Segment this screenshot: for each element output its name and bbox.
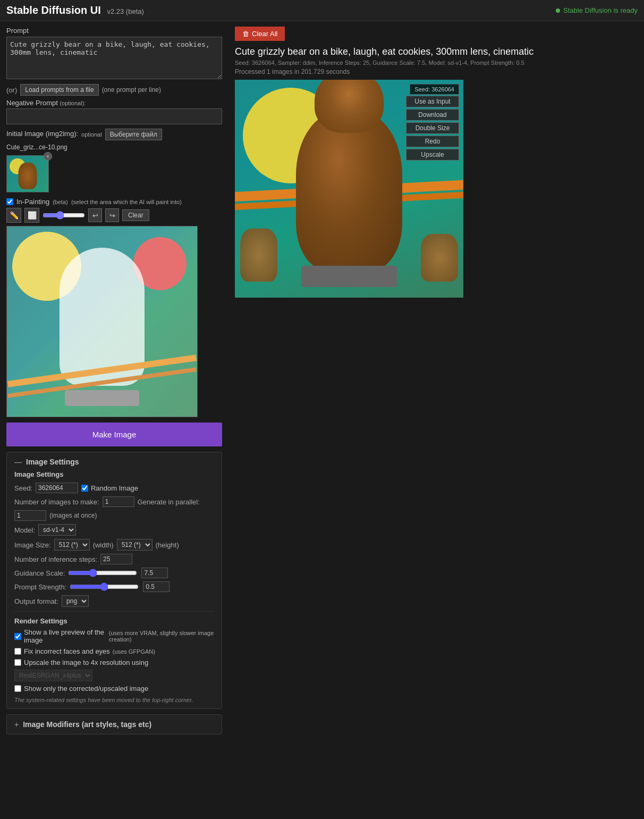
thumb-container: × (6, 155, 49, 192)
result-corner-bear-left (240, 229, 277, 282)
height-label: (height) (156, 541, 179, 549)
initial-image-label: Initial Image (img2img): (6, 130, 78, 138)
guidance-row: Guidance Scale: (14, 568, 214, 578)
random-image-label: Random Image (81, 484, 138, 492)
load-hint-text: (one prompt per line) (102, 86, 161, 94)
prompt-strength-value-input[interactable] (143, 581, 170, 592)
thumbnail-image (6, 155, 49, 192)
model-select[interactable]: sd-v1-4 sd-v1-5 (38, 524, 76, 536)
random-image-text: Random Image (91, 484, 138, 492)
status-text: Stable Diffusion is ready (563, 6, 638, 14)
download-button[interactable]: Download (406, 109, 459, 121)
app-title-area: Stable Diffusion UI v2.23 (beta) (6, 4, 144, 16)
upscale-model-row: RealESRGAN_x4plus (14, 670, 214, 681)
output-format-label: Output format: (14, 597, 58, 605)
live-preview-label: Show a live preview of the image (uses m… (14, 628, 214, 644)
choose-file-button[interactable]: Выберите файл (105, 129, 162, 140)
parallel-input[interactable] (14, 510, 46, 521)
clear-paint-button[interactable]: Clear (122, 209, 149, 221)
redo-button[interactable]: Redo (406, 136, 459, 147)
top-bar: Stable Diffusion UI v2.23 (beta) Stable … (0, 0, 644, 21)
brush-size-slider[interactable] (43, 211, 85, 219)
image-modifiers-panel: + Image Modifiers (art styles, tags etc) (6, 714, 222, 734)
model-label: Model: (14, 526, 35, 534)
initial-image-optional: optional (81, 131, 102, 138)
num-images-input[interactable] (103, 496, 134, 507)
clear-all-button[interactable]: 🗑 Clear All (235, 27, 285, 41)
prompt-textarea[interactable]: Cute grizzly bear on a bike, laugh, eat … (6, 37, 222, 79)
width-select[interactable]: 512 (*) 256 768 (54, 539, 90, 551)
seed-input[interactable] (36, 483, 78, 493)
live-preview-hint: (uses more VRAM, slightly slower image c… (109, 630, 214, 643)
inpainting-beta: (beta) (53, 199, 68, 205)
inference-steps-input[interactable] (100, 554, 132, 564)
inference-steps-row: Number of inference steps: (14, 554, 214, 564)
fix-faces-hint: (uses GFPGAN) (113, 648, 155, 655)
output-format-row: Output format: png jpg (14, 595, 214, 607)
prompt-label: Prompt (6, 27, 222, 35)
app-version: v2.23 (beta) (107, 7, 143, 15)
negative-prompt-label: Negative Prompt (optional): (6, 99, 222, 107)
divider-1 (14, 611, 214, 612)
use-as-input-button[interactable]: Use as Input (406, 96, 459, 107)
result-platform (301, 266, 397, 287)
random-image-checkbox[interactable] (81, 485, 88, 492)
right-panel: 🗑 Clear All Cute grizzly bear on a bike,… (228, 21, 644, 745)
parallel-label: Generate in parallel: (138, 498, 200, 506)
modifiers-header[interactable]: + Image Modifiers (art styles, tags etc) (14, 720, 214, 729)
collapse-icon: — (14, 458, 22, 466)
seed-badge: Seed: 3626064 (410, 84, 459, 95)
inpainting-hint: (select the area which the AI will paint… (71, 199, 182, 205)
prompt-strength-slider[interactable] (70, 582, 139, 591)
guidance-value-input[interactable] (141, 568, 168, 578)
load-prompts-row: (or) Load prompts from a file (one promp… (6, 84, 222, 96)
result-meta: Seed: 3626064, Sampler: ddim, Inference … (235, 60, 638, 66)
result-title: Cute grizzly bear on a bike, laugh, eat … (235, 46, 638, 57)
inpainting-checkbox[interactable] (6, 198, 13, 205)
live-preview-checkbox[interactable] (14, 633, 21, 640)
fix-faces-text: Fix incorrect faces and eyes (24, 647, 110, 655)
width-label: (width) (93, 541, 114, 549)
num-images-row: Number of images to make: Generate in pa… (14, 496, 214, 521)
height-select[interactable]: 512 (*) 256 768 (117, 539, 152, 551)
result-bear-head (315, 80, 384, 133)
result-corner-bear-right (421, 234, 458, 282)
canvas-mask-overlay (7, 226, 197, 417)
settings-section-title: Image Settings (14, 470, 214, 478)
inference-steps-label: Number of inference steps: (14, 555, 97, 563)
redo-paint-button[interactable]: ↪ (105, 208, 119, 222)
fix-faces-row: Fix incorrect faces and eyes (uses GFPGA… (14, 647, 214, 655)
result-bear-body (296, 112, 402, 271)
fix-faces-checkbox[interactable] (14, 648, 21, 655)
pencil-tool-button[interactable]: ✏️ (6, 208, 21, 223)
image-size-row: Image Size: 512 (*) 256 768 (width) 512 … (14, 539, 214, 551)
live-preview-text: Show a live preview of the image (24, 628, 106, 644)
prompt-strength-row: Prompt Strength: (14, 581, 214, 592)
undo-button[interactable]: ↩ (88, 208, 102, 222)
output-format-select[interactable]: png jpg (62, 595, 89, 607)
load-prompts-button[interactable]: Load prompts from a file (20, 84, 98, 96)
show-only-row: Show only the corrected/upscaled image (14, 685, 214, 693)
show-only-text: Show only the corrected/upscaled image (24, 685, 148, 693)
upscale-checkbox[interactable] (14, 659, 21, 666)
eraser-tool-button[interactable]: ⬜ (24, 208, 39, 223)
model-row: Model: sd-v1-4 sd-v1-5 (14, 524, 214, 536)
modifiers-title: Image Modifiers (art styles, tags etc) (23, 720, 151, 729)
inpainting-row: In-Painting (beta) (select the area whic… (6, 198, 222, 206)
upscale-row: Upscale the image to 4x resolution using (14, 658, 214, 666)
show-only-checkbox[interactable] (14, 685, 21, 692)
inpainting-canvas[interactable] (6, 226, 198, 417)
seed-row: Seed: Random Image (14, 483, 214, 493)
make-image-button[interactable]: Make Image (6, 423, 222, 446)
double-size-button[interactable]: Double Size (406, 122, 459, 134)
thumbnail-close-button[interactable]: × (44, 152, 52, 161)
image-settings-header[interactable]: — Image Settings (14, 458, 214, 466)
show-only-label: Show only the corrected/upscaled image (14, 685, 148, 693)
image-actions: Use as Input Download Double Size Redo U… (406, 96, 459, 161)
guidance-slider[interactable] (68, 569, 137, 577)
fix-faces-label: Fix incorrect faces and eyes (uses GFPGA… (14, 647, 155, 655)
upscale-button[interactable]: Upscale (406, 149, 459, 161)
upscale-label: Upscale the image to 4x resolution using (14, 658, 148, 666)
negative-optional-text: (optional): (60, 100, 86, 106)
negative-prompt-input[interactable] (6, 108, 222, 124)
